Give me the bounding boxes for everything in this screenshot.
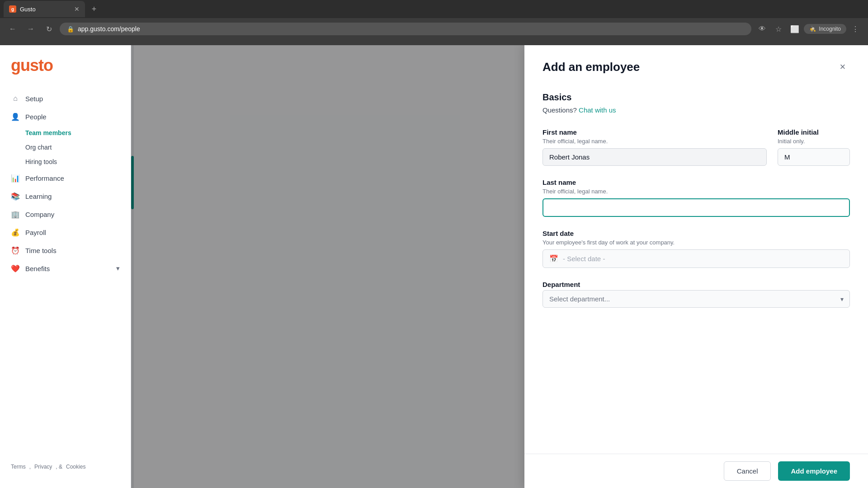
back-button[interactable]: ← xyxy=(5,22,20,36)
sidebar-label-learning: Learning xyxy=(25,192,52,200)
chat-with-us-link[interactable]: Chat with us xyxy=(579,106,616,114)
first-name-label: First name xyxy=(542,128,767,136)
address-bar-row: ← → ↻ 🔒 app.gusto.com/people 👁 ☆ ⬜ 🕵️ In… xyxy=(0,18,868,40)
department-select-wrapper: Select department... Engineering Marketi… xyxy=(542,290,850,308)
sidebar-label-team-members: Team members xyxy=(25,129,71,136)
tab-favicon: g xyxy=(9,5,16,13)
sidebar-item-benefits[interactable]: ❤️ Benefits ▾ xyxy=(0,259,131,277)
middle-initial-group: Middle initial Initial only. xyxy=(778,128,850,166)
performance-icon: 📊 xyxy=(11,174,20,183)
menu-button[interactable]: ⋮ xyxy=(848,22,863,36)
sidebar-label-payroll: Payroll xyxy=(25,229,46,236)
start-date-sublabel: Your employee's first day of work at you… xyxy=(542,239,850,246)
benefits-dropdown-icon: ▾ xyxy=(116,264,120,272)
department-label: Department xyxy=(542,281,850,288)
last-name-input[interactable] xyxy=(542,198,850,217)
browser-chrome: g Gusto ✕ + ← → ↻ 🔒 app.gusto.com/people… xyxy=(0,0,868,45)
sidebar-item-people[interactable]: 👤 People xyxy=(0,108,131,126)
terms-link[interactable]: Terms xyxy=(11,464,26,470)
gusto-logo: gusto xyxy=(11,56,53,75)
tab-close-button[interactable]: ✕ xyxy=(74,5,80,13)
sidebar-label-performance: Performance xyxy=(25,174,64,182)
cancel-button[interactable]: Cancel xyxy=(724,461,771,481)
reload-button[interactable]: ↻ xyxy=(42,22,56,36)
sidebar-label-hiring-tools: Hiring tools xyxy=(25,158,57,165)
url-text: app.gusto.com/people xyxy=(78,25,140,33)
sidebar-label-people: People xyxy=(25,113,47,121)
tab-bar: g Gusto ✕ + xyxy=(0,0,868,18)
sidebar-item-team-members[interactable]: Team members xyxy=(0,126,131,140)
device-icon[interactable]: ⬜ xyxy=(788,22,802,36)
sidebar-item-setup[interactable]: ⌂ Setup xyxy=(0,89,131,108)
questions-line: Questions? Chat with us xyxy=(542,106,850,114)
start-date-label: Start date xyxy=(542,230,850,237)
modal-header: Add an employee × xyxy=(524,45,868,81)
learning-icon: 📚 xyxy=(11,192,20,201)
modal-title: Add an employee xyxy=(542,60,640,74)
new-tab-button[interactable]: + xyxy=(87,2,101,16)
incognito-badge: 🕵️ Incognito xyxy=(804,24,846,34)
first-name-group: First name Their official, legal name. xyxy=(542,128,767,166)
benefits-icon: ❤️ xyxy=(11,264,20,273)
start-date-picker[interactable]: 📅 - Select date - xyxy=(542,249,850,268)
sidebar-item-hiring-tools[interactable]: Hiring tools xyxy=(0,155,131,169)
date-placeholder: - Select date - xyxy=(563,255,605,263)
incognito-icon: 🕵️ xyxy=(809,26,816,32)
first-name-input[interactable] xyxy=(542,148,767,166)
middle-initial-input[interactable] xyxy=(778,148,850,166)
last-name-label: Last name xyxy=(542,178,850,186)
privacy-link[interactable]: Privacy xyxy=(34,464,52,470)
home-icon: ⌂ xyxy=(11,94,20,103)
incognito-label: Incognito xyxy=(819,26,841,32)
questions-text: Questions? xyxy=(542,106,577,114)
middle-initial-sublabel: Initial only. xyxy=(778,138,850,145)
sidebar-item-payroll[interactable]: 💰 Payroll xyxy=(0,223,131,241)
bookmark-icon[interactable]: ☆ xyxy=(771,22,786,36)
address-bar[interactable]: 🔒 app.gusto.com/people xyxy=(60,23,751,35)
middle-initial-label: Middle initial xyxy=(778,128,850,136)
section-title: Basics xyxy=(542,92,850,103)
sidebar-item-org-chart[interactable]: Org chart xyxy=(0,140,131,155)
sidebar-logo: gusto xyxy=(0,56,131,89)
page-content: Add an employee × Basics Questions? Chat… xyxy=(131,45,868,488)
sidebar-label-org-chart: Org chart xyxy=(25,144,52,151)
modal-footer: Cancel Add employee xyxy=(524,454,868,488)
last-name-sublabel: Their official, legal name. xyxy=(542,188,850,195)
sidebar-label-benefits: Benefits xyxy=(25,265,50,272)
department-group: Department Select department... Engineer… xyxy=(542,281,850,308)
modal-body: Basics Questions? Chat with us First nam… xyxy=(524,81,868,454)
active-tab[interactable]: g Gusto ✕ xyxy=(4,1,85,17)
last-name-group: Last name Their official, legal name. xyxy=(542,178,850,217)
eye-off-icon[interactable]: 👁 xyxy=(755,22,769,36)
sidebar-item-company[interactable]: 🏢 Company xyxy=(0,205,131,223)
sidebar-label-time-tools: Time tools xyxy=(25,247,57,254)
sidebar-item-time-tools[interactable]: ⏰ Time tools xyxy=(0,241,131,259)
add-employee-button[interactable]: Add employee xyxy=(778,461,850,481)
sidebar: gusto ⌂ Setup 👤 People Team members Org … xyxy=(0,45,131,488)
sidebar-item-performance[interactable]: 📊 Performance xyxy=(0,169,131,187)
sidebar-footer: Terms, Privacy, & Cookies xyxy=(0,456,131,477)
calendar-icon: 📅 xyxy=(549,254,558,263)
cookies-link[interactable]: Cookies xyxy=(66,464,85,470)
sidebar-label-setup: Setup xyxy=(25,95,43,103)
add-employee-modal: Add an employee × Basics Questions? Chat… xyxy=(524,45,868,488)
start-date-group: Start date Your employee's first day of … xyxy=(542,230,850,268)
lock-icon: 🔒 xyxy=(67,26,74,33)
sidebar-label-company: Company xyxy=(25,211,54,218)
sidebar-item-learning[interactable]: 📚 Learning xyxy=(0,187,131,205)
time-icon: ⏰ xyxy=(11,246,20,255)
first-name-sublabel: Their official, legal name. xyxy=(542,138,767,145)
name-row: First name Their official, legal name. M… xyxy=(542,128,850,166)
main-area: gusto ⌂ Setup 👤 People Team members Org … xyxy=(0,45,868,488)
department-select[interactable]: Select department... Engineering Marketi… xyxy=(542,290,850,308)
payroll-icon: 💰 xyxy=(11,228,20,237)
browser-actions: 👁 ☆ ⬜ 🕵️ Incognito ⋮ xyxy=(755,22,863,36)
tab-title: Gusto xyxy=(20,6,36,13)
modal-close-button[interactable]: × xyxy=(835,60,850,74)
people-icon: 👤 xyxy=(11,112,20,121)
company-icon: 🏢 xyxy=(11,210,20,219)
forward-button[interactable]: → xyxy=(24,22,38,36)
